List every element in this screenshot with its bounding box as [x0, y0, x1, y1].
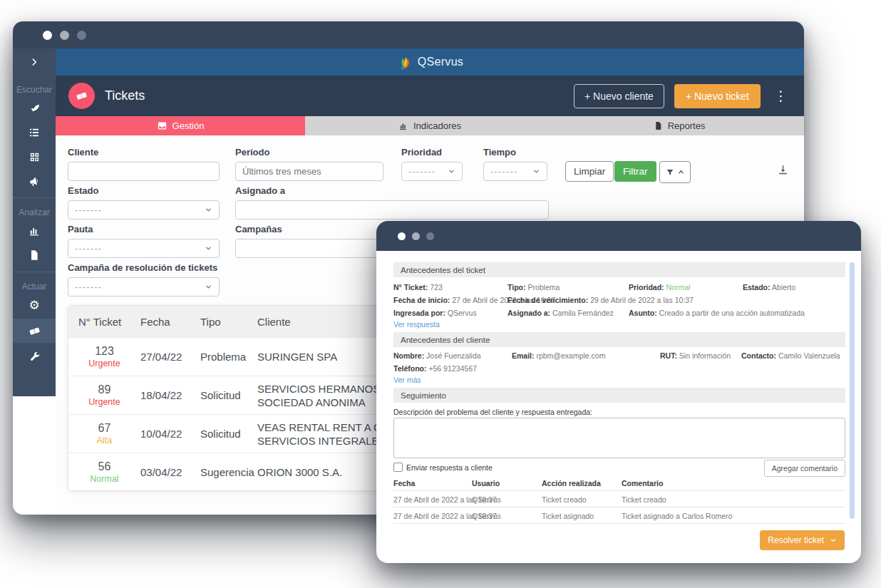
- tab-indicadores[interactable]: Indicadores: [305, 116, 555, 135]
- sidebar-section-escuchar: Escuchar: [16, 85, 52, 95]
- traffic-light-maximize[interactable]: [77, 31, 86, 40]
- tabs: Gestión Indicadores Reportes: [56, 116, 804, 135]
- prioridad-label: Prioridad: [401, 147, 442, 158]
- cliente-label: Cliente: [68, 147, 98, 158]
- priority-value: Normal: [666, 283, 691, 292]
- megaphone-icon: [28, 175, 41, 188]
- chevron-down-icon: [205, 206, 212, 214]
- status-value: Abierto: [772, 283, 795, 292]
- chevron-down-icon: [205, 244, 212, 252]
- tickets-page-icon: [68, 83, 95, 109]
- chevron-down-icon: [205, 283, 212, 291]
- estado-label: Estado: [68, 185, 98, 196]
- traffic-light-close[interactable]: [398, 232, 406, 240]
- qr-code-icon: [29, 151, 41, 163]
- sidebar-item-list[interactable]: [13, 122, 56, 143]
- sidebar-item-qr[interactable]: [13, 146, 56, 167]
- resolver-ticket-button[interactable]: Resolver ticket: [760, 530, 845, 550]
- campana-resolucion-select[interactable]: -------: [68, 277, 220, 296]
- traffic-light-minimize[interactable]: [60, 31, 69, 40]
- tab-reportes[interactable]: Reportes: [555, 116, 804, 135]
- bar-chart-icon: [398, 121, 408, 131]
- tiempo-label: Tiempo: [483, 147, 516, 158]
- campanas-label: Campañas: [235, 224, 282, 234]
- sidebar-divider: [13, 197, 56, 198]
- ticket-detail-body: Antecedentes del ticket N° Ticket: 723 T…: [376, 251, 861, 563]
- enviar-respuesta-checkbox[interactable]: Enviar respuesta a cliente: [393, 463, 493, 472]
- asignado-input[interactable]: [235, 200, 549, 220]
- chevron-down-icon: [532, 167, 540, 175]
- new-ticket-button[interactable]: + Nuevo ticket: [674, 84, 761, 108]
- stage: Escuchar: [0, 0, 881, 588]
- chevron-down-icon: [830, 537, 837, 544]
- cliente-input[interactable]: [68, 162, 220, 181]
- sidebar-item-campaigns[interactable]: [13, 170, 56, 192]
- priority-badge: Urgente: [68, 397, 140, 407]
- main-window-titlebar: [13, 21, 804, 48]
- respuesta-textarea[interactable]: [393, 418, 845, 458]
- page-toolbar: Tickets + Nuevo cliente + Nuevo ticket ⋮: [56, 76, 804, 116]
- traffic-light-close[interactable]: [43, 31, 52, 40]
- sidebar-section-actuar: Actuar: [22, 282, 47, 292]
- section-antecedentes-cliente: Antecedentes del cliente: [393, 332, 845, 347]
- funnel-icon: [666, 168, 674, 177]
- inbox-icon: [157, 120, 168, 131]
- sidebar: Escuchar: [13, 48, 56, 515]
- document-icon: [654, 121, 663, 130]
- sidebar-item-surveys[interactable]: [13, 98, 56, 119]
- descripcion-label: Descripción del problema del cliente y r…: [393, 408, 592, 416]
- download-icon[interactable]: [777, 164, 789, 176]
- traffic-light-minimize[interactable]: [412, 232, 420, 240]
- bird-icon: [28, 102, 41, 115]
- new-client-button[interactable]: + Nuevo cliente: [574, 84, 664, 108]
- sidebar-item-settings[interactable]: ⚙: [13, 294, 56, 316]
- kebab-menu-icon[interactable]: ⋮: [771, 88, 791, 104]
- wrench-icon: [29, 351, 41, 363]
- periodo-input[interactable]: [235, 162, 383, 181]
- list-icon: [28, 126, 41, 139]
- collapse-filters-button[interactable]: [659, 161, 691, 183]
- chevron-down-icon: [448, 167, 455, 175]
- filtrar-button[interactable]: Filtrar: [614, 161, 656, 182]
- periodo-label: Período: [235, 147, 269, 158]
- sidebar-divider: [13, 272, 56, 272]
- asignado-label: Asignado a: [235, 185, 285, 196]
- qservus-logo-icon: [396, 54, 413, 71]
- page-title: Tickets: [105, 88, 145, 103]
- campana-resolucion-label: Campaña de resolución de tickets: [68, 262, 217, 273]
- sidebar-section-analizar: Analizar: [19, 207, 49, 217]
- limpiar-button[interactable]: Limpiar: [565, 161, 614, 182]
- traffic-light-maximize[interactable]: [426, 232, 434, 240]
- priority-badge: Alta: [68, 435, 140, 445]
- estado-select[interactable]: -------: [68, 200, 220, 220]
- scrollbar-thumb[interactable]: [850, 262, 855, 519]
- ticket-detail-window: Antecedentes del ticket N° Ticket: 723 T…: [376, 221, 861, 563]
- gear-icon: ⚙: [29, 299, 39, 311]
- section-antecedentes-ticket: Antecedentes del ticket: [393, 262, 845, 277]
- pauta-select[interactable]: -------: [68, 239, 220, 258]
- sidebar-item-reports[interactable]: [13, 244, 56, 266]
- chevron-right-icon: [29, 57, 39, 67]
- modal-titlebar: [376, 221, 861, 251]
- tab-gestion[interactable]: Gestión: [56, 116, 305, 135]
- sidebar-expand-button[interactable]: [13, 48, 56, 76]
- checkbox-icon: [393, 463, 403, 472]
- sidebar-item-tools[interactable]: [13, 346, 56, 367]
- ver-mas-link[interactable]: Ver más: [393, 376, 421, 384]
- sidebar-item-indicators[interactable]: [13, 220, 56, 242]
- document-icon: [29, 249, 40, 261]
- brand-name: QServus: [418, 56, 463, 68]
- ticket-number: 723: [430, 283, 443, 292]
- section-seguimiento: Seguimiento: [393, 388, 845, 403]
- pauta-label: Pauta: [68, 224, 93, 234]
- priority-badge: Urgente: [68, 359, 140, 368]
- sidebar-item-tickets[interactable]: [13, 319, 56, 343]
- ticket-icon: [28, 324, 41, 338]
- bar-chart-icon: [28, 225, 41, 237]
- app-header: QServus: [56, 48, 804, 76]
- agregar-comentario-button[interactable]: Agregar comentario: [764, 460, 845, 477]
- prioridad-select[interactable]: -------: [401, 162, 463, 181]
- ver-respuesta-link[interactable]: Ver respuesta: [393, 320, 440, 329]
- chevron-up-icon: [677, 168, 685, 176]
- tiempo-select[interactable]: -------: [483, 162, 547, 181]
